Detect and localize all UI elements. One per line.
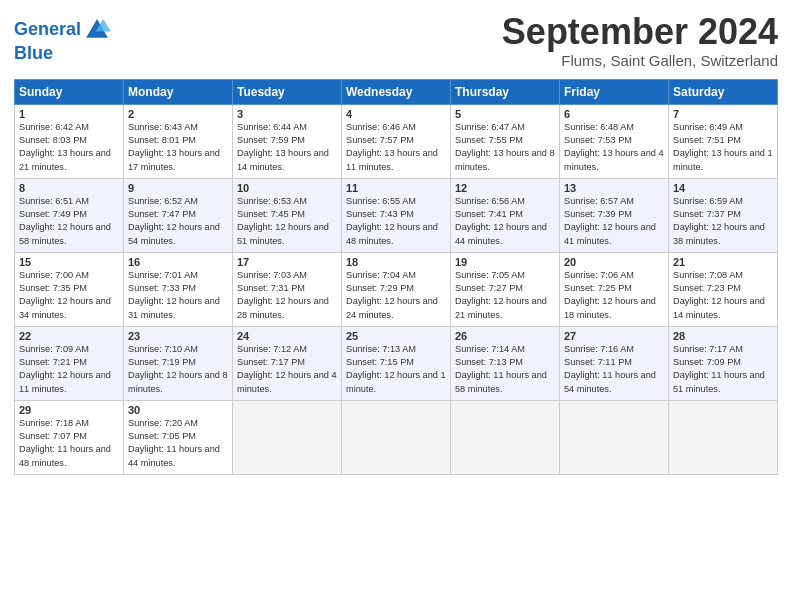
day-info: Sunrise: 6:57 AM Sunset: 7:39 PM Dayligh…	[564, 195, 664, 248]
calendar-cell: 27 Sunrise: 7:16 AM Sunset: 7:11 PM Dayl…	[560, 326, 669, 400]
day-number: 19	[455, 256, 555, 268]
day-info: Sunrise: 7:18 AM Sunset: 7:07 PM Dayligh…	[19, 417, 119, 470]
day-number: 22	[19, 330, 119, 342]
day-info: Sunrise: 7:16 AM Sunset: 7:11 PM Dayligh…	[564, 343, 664, 396]
logo-icon	[83, 16, 111, 44]
day-info: Sunrise: 6:48 AM Sunset: 7:53 PM Dayligh…	[564, 121, 664, 174]
day-number: 27	[564, 330, 664, 342]
day-number: 5	[455, 108, 555, 120]
month-title: September 2024	[502, 12, 778, 52]
day-number: 30	[128, 404, 228, 416]
day-number: 28	[673, 330, 773, 342]
day-info: Sunrise: 6:53 AM Sunset: 7:45 PM Dayligh…	[237, 195, 337, 248]
day-number: 15	[19, 256, 119, 268]
logo-text-blue: Blue	[14, 44, 111, 64]
calendar-cell: 28 Sunrise: 7:17 AM Sunset: 7:09 PM Dayl…	[669, 326, 778, 400]
calendar-cell: 2 Sunrise: 6:43 AM Sunset: 8:01 PM Dayli…	[124, 104, 233, 178]
day-info: Sunrise: 7:13 AM Sunset: 7:15 PM Dayligh…	[346, 343, 446, 396]
day-info: Sunrise: 7:05 AM Sunset: 7:27 PM Dayligh…	[455, 269, 555, 322]
day-number: 25	[346, 330, 446, 342]
calendar-cell: 11 Sunrise: 6:55 AM Sunset: 7:43 PM Dayl…	[342, 178, 451, 252]
calendar-cell: 1 Sunrise: 6:42 AM Sunset: 8:03 PM Dayli…	[15, 104, 124, 178]
day-number: 13	[564, 182, 664, 194]
day-info: Sunrise: 7:00 AM Sunset: 7:35 PM Dayligh…	[19, 269, 119, 322]
day-number: 16	[128, 256, 228, 268]
calendar-cell: 10 Sunrise: 6:53 AM Sunset: 7:45 PM Dayl…	[233, 178, 342, 252]
day-info: Sunrise: 7:03 AM Sunset: 7:31 PM Dayligh…	[237, 269, 337, 322]
calendar-col-header: Thursday	[451, 79, 560, 104]
day-number: 14	[673, 182, 773, 194]
calendar-cell: 6 Sunrise: 6:48 AM Sunset: 7:53 PM Dayli…	[560, 104, 669, 178]
day-info: Sunrise: 6:59 AM Sunset: 7:37 PM Dayligh…	[673, 195, 773, 248]
calendar-col-header: Friday	[560, 79, 669, 104]
day-info: Sunrise: 6:46 AM Sunset: 7:57 PM Dayligh…	[346, 121, 446, 174]
page-container: General Blue September 2024 Flums, Saint…	[0, 0, 792, 485]
day-info: Sunrise: 7:17 AM Sunset: 7:09 PM Dayligh…	[673, 343, 773, 396]
calendar-cell: 22 Sunrise: 7:09 AM Sunset: 7:21 PM Dayl…	[15, 326, 124, 400]
calendar-table: SundayMondayTuesdayWednesdayThursdayFrid…	[14, 79, 778, 475]
calendar-cell	[233, 400, 342, 474]
calendar-cell	[669, 400, 778, 474]
calendar-week-row: 22 Sunrise: 7:09 AM Sunset: 7:21 PM Dayl…	[15, 326, 778, 400]
calendar-week-row: 8 Sunrise: 6:51 AM Sunset: 7:49 PM Dayli…	[15, 178, 778, 252]
calendar-cell: 8 Sunrise: 6:51 AM Sunset: 7:49 PM Dayli…	[15, 178, 124, 252]
day-number: 17	[237, 256, 337, 268]
day-number: 8	[19, 182, 119, 194]
day-number: 26	[455, 330, 555, 342]
calendar-col-header: Monday	[124, 79, 233, 104]
calendar-cell: 16 Sunrise: 7:01 AM Sunset: 7:33 PM Dayl…	[124, 252, 233, 326]
calendar-week-row: 1 Sunrise: 6:42 AM Sunset: 8:03 PM Dayli…	[15, 104, 778, 178]
calendar-cell: 24 Sunrise: 7:12 AM Sunset: 7:17 PM Dayl…	[233, 326, 342, 400]
day-number: 4	[346, 108, 446, 120]
calendar-col-header: Wednesday	[342, 79, 451, 104]
calendar-week-row: 15 Sunrise: 7:00 AM Sunset: 7:35 PM Dayl…	[15, 252, 778, 326]
calendar-week-row: 29 Sunrise: 7:18 AM Sunset: 7:07 PM Dayl…	[15, 400, 778, 474]
day-number: 6	[564, 108, 664, 120]
location: Flums, Saint Gallen, Switzerland	[502, 52, 778, 69]
day-info: Sunrise: 6:55 AM Sunset: 7:43 PM Dayligh…	[346, 195, 446, 248]
day-info: Sunrise: 6:47 AM Sunset: 7:55 PM Dayligh…	[455, 121, 555, 174]
day-number: 11	[346, 182, 446, 194]
day-number: 23	[128, 330, 228, 342]
day-info: Sunrise: 6:51 AM Sunset: 7:49 PM Dayligh…	[19, 195, 119, 248]
day-info: Sunrise: 6:43 AM Sunset: 8:01 PM Dayligh…	[128, 121, 228, 174]
day-info: Sunrise: 7:10 AM Sunset: 7:19 PM Dayligh…	[128, 343, 228, 396]
calendar-cell: 26 Sunrise: 7:14 AM Sunset: 7:13 PM Dayl…	[451, 326, 560, 400]
calendar-cell: 14 Sunrise: 6:59 AM Sunset: 7:37 PM Dayl…	[669, 178, 778, 252]
calendar-cell: 25 Sunrise: 7:13 AM Sunset: 7:15 PM Dayl…	[342, 326, 451, 400]
calendar-cell: 17 Sunrise: 7:03 AM Sunset: 7:31 PM Dayl…	[233, 252, 342, 326]
day-info: Sunrise: 6:52 AM Sunset: 7:47 PM Dayligh…	[128, 195, 228, 248]
day-info: Sunrise: 7:01 AM Sunset: 7:33 PM Dayligh…	[128, 269, 228, 322]
calendar-cell: 30 Sunrise: 7:20 AM Sunset: 7:05 PM Dayl…	[124, 400, 233, 474]
day-number: 10	[237, 182, 337, 194]
calendar-cell: 5 Sunrise: 6:47 AM Sunset: 7:55 PM Dayli…	[451, 104, 560, 178]
day-number: 18	[346, 256, 446, 268]
day-info: Sunrise: 6:44 AM Sunset: 7:59 PM Dayligh…	[237, 121, 337, 174]
day-info: Sunrise: 6:56 AM Sunset: 7:41 PM Dayligh…	[455, 195, 555, 248]
day-info: Sunrise: 7:04 AM Sunset: 7:29 PM Dayligh…	[346, 269, 446, 322]
logo-text: General	[14, 20, 81, 40]
calendar-cell: 18 Sunrise: 7:04 AM Sunset: 7:29 PM Dayl…	[342, 252, 451, 326]
calendar-header-row: SundayMondayTuesdayWednesdayThursdayFrid…	[15, 79, 778, 104]
day-number: 24	[237, 330, 337, 342]
calendar-cell	[560, 400, 669, 474]
title-block: September 2024 Flums, Saint Gallen, Swit…	[502, 12, 778, 69]
day-number: 21	[673, 256, 773, 268]
day-info: Sunrise: 7:06 AM Sunset: 7:25 PM Dayligh…	[564, 269, 664, 322]
calendar-col-header: Saturday	[669, 79, 778, 104]
day-info: Sunrise: 7:08 AM Sunset: 7:23 PM Dayligh…	[673, 269, 773, 322]
calendar-col-header: Sunday	[15, 79, 124, 104]
calendar-cell: 7 Sunrise: 6:49 AM Sunset: 7:51 PM Dayli…	[669, 104, 778, 178]
day-number: 3	[237, 108, 337, 120]
calendar-cell: 29 Sunrise: 7:18 AM Sunset: 7:07 PM Dayl…	[15, 400, 124, 474]
header: General Blue September 2024 Flums, Saint…	[14, 12, 778, 69]
day-info: Sunrise: 6:42 AM Sunset: 8:03 PM Dayligh…	[19, 121, 119, 174]
day-number: 29	[19, 404, 119, 416]
logo: General Blue	[14, 16, 111, 64]
day-number: 9	[128, 182, 228, 194]
day-info: Sunrise: 7:12 AM Sunset: 7:17 PM Dayligh…	[237, 343, 337, 396]
calendar-cell: 20 Sunrise: 7:06 AM Sunset: 7:25 PM Dayl…	[560, 252, 669, 326]
day-info: Sunrise: 7:14 AM Sunset: 7:13 PM Dayligh…	[455, 343, 555, 396]
calendar-cell: 23 Sunrise: 7:10 AM Sunset: 7:19 PM Dayl…	[124, 326, 233, 400]
calendar-cell: 3 Sunrise: 6:44 AM Sunset: 7:59 PM Dayli…	[233, 104, 342, 178]
